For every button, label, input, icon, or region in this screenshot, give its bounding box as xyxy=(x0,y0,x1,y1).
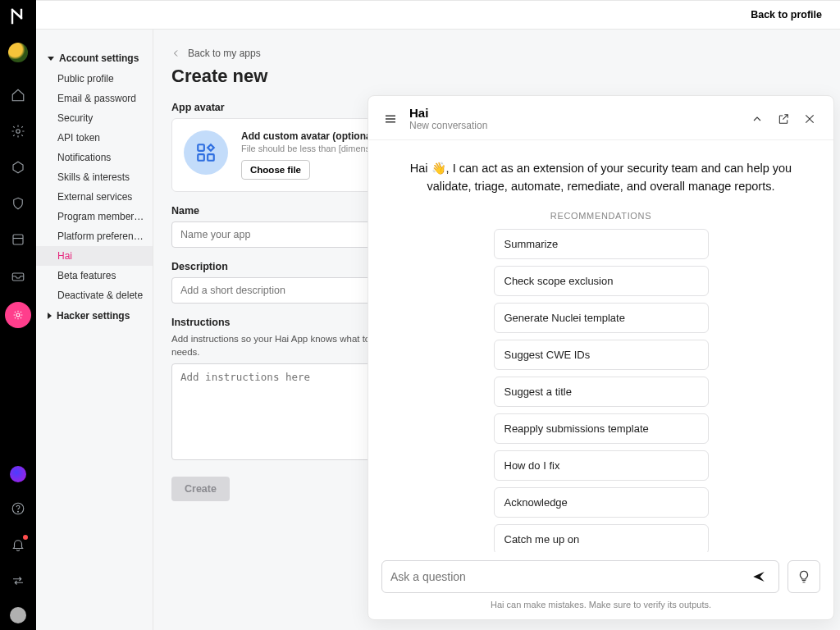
gear-icon[interactable] xyxy=(8,121,28,141)
sidebar-item[interactable]: Skills & interests xyxy=(36,167,153,187)
external-link-icon[interactable] xyxy=(773,108,794,130)
recommendation-item[interactable]: Suggest CWE IDs xyxy=(494,340,709,370)
collapse-icon[interactable] xyxy=(746,108,768,130)
left-rail xyxy=(0,0,36,630)
ai-orb-icon[interactable] xyxy=(10,466,26,482)
intro-prefix: Hai xyxy=(410,162,431,175)
svg-point-0 xyxy=(16,130,21,134)
avatar-placeholder-icon xyxy=(184,130,228,175)
svg-rect-2 xyxy=(12,273,24,281)
hai-panel: Hai New conversation Hai 👋, I can act as… xyxy=(368,95,834,620)
page-title: Create new xyxy=(171,66,815,87)
recommendations-heading: RECOMMENDATIONS xyxy=(409,211,792,221)
topbar: Back to profile xyxy=(36,0,840,30)
help-icon[interactable] xyxy=(8,499,28,518)
caret-right-icon xyxy=(48,313,52,319)
hacker-settings-head[interactable]: Hacker settings xyxy=(36,305,153,326)
back-to-profile-link[interactable]: Back to profile xyxy=(751,9,822,21)
settings-sidebar: Account settings Public profileEmail & p… xyxy=(36,30,153,630)
svg-rect-7 xyxy=(198,154,204,161)
caret-down-icon xyxy=(48,57,54,61)
sidebar-item[interactable]: Email & password xyxy=(36,89,153,108)
hai-intro: Hai 👋, I can act as an extension of your… xyxy=(409,160,792,196)
intro-suffix: , I can act as an extension of your secu… xyxy=(427,162,792,193)
hai-footer: Hai can make mistakes. Make sure to veri… xyxy=(368,552,833,619)
create-button[interactable]: Create xyxy=(171,477,230,501)
hai-header: Hai New conversation xyxy=(368,96,833,140)
hai-disclaimer: Hai can make mistakes. Make sure to veri… xyxy=(381,600,820,609)
section-label: Account settings xyxy=(59,52,139,64)
hai-title: Hai xyxy=(409,106,742,120)
recommendation-item[interactable]: Generate Nuclei template xyxy=(494,303,709,333)
wave-emoji: 👋 xyxy=(431,160,446,178)
choose-file-button[interactable]: Choose file xyxy=(241,160,310,180)
profile-avatar[interactable] xyxy=(8,43,28,62)
recommendation-item[interactable]: Suggest a title xyxy=(494,377,709,407)
svg-rect-1 xyxy=(13,235,23,244)
hai-subtitle: New conversation xyxy=(409,120,742,131)
svg-point-3 xyxy=(16,313,20,317)
recommendation-item[interactable]: Check scope exclusion xyxy=(494,266,709,296)
sidebar-item[interactable]: Hai xyxy=(36,246,153,266)
recommendation-item[interactable]: Catch me up on xyxy=(494,524,709,553)
sidebar-item[interactable]: External services xyxy=(36,187,153,207)
shield-icon[interactable] xyxy=(8,194,28,213)
send-icon[interactable] xyxy=(747,565,770,588)
recommendation-item[interactable]: Acknowledge xyxy=(494,487,709,518)
sidebar-item[interactable]: Program membersh... xyxy=(36,207,153,226)
home-icon[interactable] xyxy=(8,85,28,105)
inbox-icon[interactable] xyxy=(8,266,28,285)
recommendation-item[interactable]: How do I fix xyxy=(494,450,709,481)
svg-rect-6 xyxy=(198,144,204,151)
ask-box xyxy=(381,560,779,593)
close-icon[interactable] xyxy=(799,108,820,130)
sidebar-item[interactable]: Platform preferences xyxy=(36,226,153,246)
back-to-apps-link[interactable]: Back to my apps xyxy=(171,48,815,59)
recommendation-item[interactable]: Summarize xyxy=(494,229,709,259)
sidebar-item[interactable]: Deactivate & delete xyxy=(36,285,153,305)
recommendations-list: SummarizeCheck scope exclusionGenerate N… xyxy=(409,229,792,553)
dashboard-icon[interactable] xyxy=(8,230,28,249)
sidebar-item[interactable]: Beta features xyxy=(36,266,153,285)
sidebar-item[interactable]: API token xyxy=(36,128,153,148)
section-label: Hacker settings xyxy=(57,310,130,322)
hai-body: Hai 👋, I can act as an extension of your… xyxy=(368,140,833,552)
sidebar-item[interactable]: Public profile xyxy=(36,69,153,89)
sidebar-item[interactable]: Security xyxy=(36,108,153,128)
account-settings-head[interactable]: Account settings xyxy=(36,48,153,69)
hexagon-icon[interactable] xyxy=(8,158,28,177)
user-avatar-small[interactable] xyxy=(10,607,26,623)
brand-logo[interactable] xyxy=(7,5,30,28)
lightbulb-icon[interactable] xyxy=(788,560,820,593)
bell-icon[interactable] xyxy=(8,535,28,555)
ask-input[interactable] xyxy=(390,570,747,583)
sidebar-item[interactable]: Notifications xyxy=(36,148,153,167)
hamburger-icon[interactable] xyxy=(381,110,399,128)
svg-point-5 xyxy=(18,511,19,512)
hai-launcher-icon[interactable] xyxy=(5,302,31,328)
swap-icon[interactable] xyxy=(8,571,28,591)
back-label: Back to my apps xyxy=(188,48,261,59)
svg-rect-8 xyxy=(208,154,214,161)
recommendation-item[interactable]: Reapply submissions template xyxy=(494,413,709,444)
